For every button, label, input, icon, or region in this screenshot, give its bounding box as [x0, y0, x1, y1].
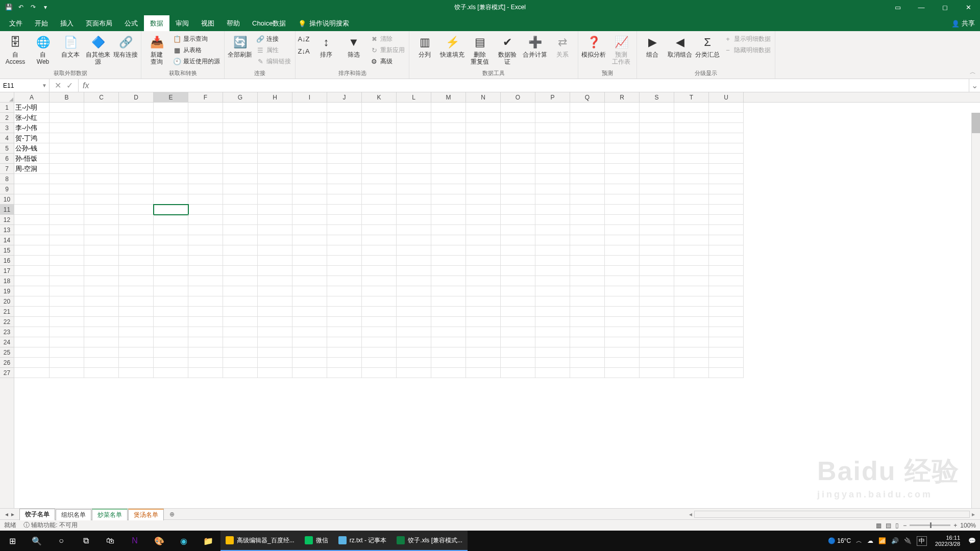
row-header-5[interactable]: 5	[0, 143, 14, 154]
cell-Q14[interactable]	[570, 235, 605, 245]
cell-J11[interactable]	[327, 205, 362, 215]
cell-F24[interactable]	[188, 337, 223, 347]
cell-U3[interactable]	[709, 123, 744, 133]
cell-N9[interactable]	[466, 184, 501, 194]
cell-B13[interactable]	[50, 225, 84, 235]
sort-Z↓A[interactable]: Z↓A	[298, 45, 310, 57]
tray-chevron-icon[interactable]: ︿	[856, 537, 862, 545]
ungroup-button[interactable]: ◀取消组合	[667, 33, 693, 60]
cell-S6[interactable]	[640, 154, 674, 164]
cell-K9[interactable]	[362, 184, 397, 194]
cell-I26[interactable]	[292, 358, 327, 368]
cell-D9[interactable]	[119, 184, 154, 194]
cell-T16[interactable]	[674, 256, 709, 266]
cell-O15[interactable]	[501, 245, 535, 256]
col-header-E[interactable]: E	[154, 92, 188, 102]
row-header-24[interactable]: 24	[0, 337, 14, 347]
cell-I2[interactable]	[292, 113, 327, 123]
formula-input[interactable]	[93, 79, 969, 92]
cell-M1[interactable]	[431, 103, 466, 113]
cell-J19[interactable]	[327, 286, 362, 296]
cell-O19[interactable]	[501, 286, 535, 296]
cell-U20[interactable]	[709, 296, 744, 307]
cell-N20[interactable]	[466, 296, 501, 307]
cell-Q27[interactable]	[570, 368, 605, 378]
cell-K18[interactable]	[362, 276, 397, 286]
row-header-18[interactable]: 18	[0, 276, 14, 286]
cell-U23[interactable]	[709, 327, 744, 337]
cell-S25[interactable]	[640, 347, 674, 358]
cell-G8[interactable]	[223, 174, 258, 184]
cell-G24[interactable]	[223, 337, 258, 347]
cell-F21[interactable]	[188, 307, 223, 317]
tab-公式[interactable]: 公式	[118, 15, 144, 31]
cell-A12[interactable]	[14, 215, 50, 225]
col-header-Q[interactable]: Q	[570, 92, 605, 102]
cell-U18[interactable]	[709, 276, 744, 286]
cell-T3[interactable]	[674, 123, 709, 133]
cell-H27[interactable]	[258, 368, 292, 378]
cell-G7[interactable]	[223, 164, 258, 174]
cancel-formula-icon[interactable]: ✕	[55, 81, 61, 90]
cell-R3[interactable]	[605, 123, 640, 133]
cell-S9[interactable]	[640, 184, 674, 194]
cell-J5[interactable]	[327, 143, 362, 154]
cell-H18[interactable]	[258, 276, 292, 286]
cortana-icon[interactable]: ○	[49, 531, 74, 551]
cell-C15[interactable]	[84, 245, 119, 256]
cell-C4[interactable]	[84, 133, 119, 143]
zoom-level[interactable]: 100%	[960, 522, 976, 529]
row-header-22[interactable]: 22	[0, 317, 14, 327]
row-header-26[interactable]: 26	[0, 358, 14, 368]
row-header-3[interactable]: 3	[0, 123, 14, 133]
cell-D19[interactable]	[119, 286, 154, 296]
cell-K4[interactable]	[362, 133, 397, 143]
cell-P19[interactable]	[535, 286, 570, 296]
weather-widget[interactable]: 🔵 16°C	[828, 537, 851, 544]
sort-button[interactable]: ↕排序	[313, 33, 339, 60]
cell-H15[interactable]	[258, 245, 292, 256]
cell-T9[interactable]	[674, 184, 709, 194]
col-header-R[interactable]: R	[605, 92, 640, 102]
cell-F9[interactable]	[188, 184, 223, 194]
from-table-button[interactable]: ▦从表格	[171, 44, 222, 56]
cell-D23[interactable]	[119, 327, 154, 337]
row-header-25[interactable]: 25	[0, 347, 14, 358]
cell-R19[interactable]	[605, 286, 640, 296]
cell-L23[interactable]	[397, 327, 431, 337]
row-header-13[interactable]: 13	[0, 225, 14, 235]
cell-J14[interactable]	[327, 235, 362, 245]
cell-P4[interactable]	[535, 133, 570, 143]
cell-I4[interactable]	[292, 133, 327, 143]
cell-S13[interactable]	[640, 225, 674, 235]
cell-Q7[interactable]	[570, 164, 605, 174]
cell-D16[interactable]	[119, 256, 154, 266]
cell-J3[interactable]	[327, 123, 362, 133]
cell-D4[interactable]	[119, 133, 154, 143]
cell-F15[interactable]	[188, 245, 223, 256]
cell-R27[interactable]	[605, 368, 640, 378]
cell-E15[interactable]	[154, 245, 188, 256]
cell-C11[interactable]	[84, 205, 119, 215]
cell-B24[interactable]	[50, 337, 84, 347]
cell-P15[interactable]	[535, 245, 570, 256]
cell-R1[interactable]	[605, 103, 640, 113]
cell-C23[interactable]	[84, 327, 119, 337]
cell-J27[interactable]	[327, 368, 362, 378]
cell-F20[interactable]	[188, 296, 223, 307]
cell-C9[interactable]	[84, 184, 119, 194]
cell-F2[interactable]	[188, 113, 223, 123]
cell-I17[interactable]	[292, 266, 327, 276]
cell-O11[interactable]	[501, 205, 535, 215]
cell-L4[interactable]	[397, 133, 431, 143]
col-header-D[interactable]: D	[119, 92, 154, 102]
task-view-icon[interactable]: ⧉	[74, 531, 98, 551]
cell-D26[interactable]	[119, 358, 154, 368]
cell-M17[interactable]	[431, 266, 466, 276]
tab-页面布局[interactable]: 页面布局	[80, 15, 118, 31]
cell-U16[interactable]	[709, 256, 744, 266]
cell-D25[interactable]	[119, 347, 154, 358]
cell-T17[interactable]	[674, 266, 709, 276]
cell-R18[interactable]	[605, 276, 640, 286]
cell-M9[interactable]	[431, 184, 466, 194]
